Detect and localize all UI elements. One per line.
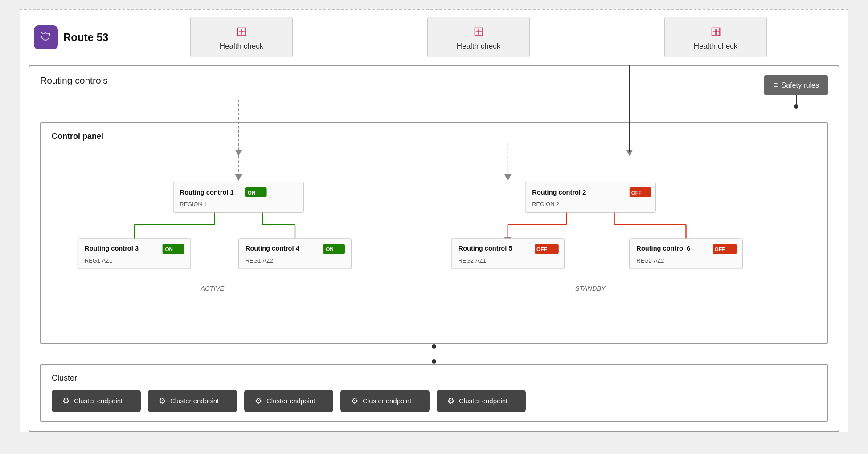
svg-text:ON: ON [248, 190, 256, 195]
cluster-endpoint-4-label: Cluster endpoint [363, 397, 411, 405]
svg-text:ON: ON [326, 246, 334, 252]
cluster-endpoint-4-icon: ⚙ [351, 396, 358, 406]
svg-text:Routing control 6: Routing control 6 [636, 245, 690, 252]
svg-marker-8 [235, 174, 242, 181]
panel-cluster-connector [40, 344, 828, 364]
svg-text:REG2-AZ1: REG2-AZ1 [459, 258, 486, 264]
svg-rect-9 [173, 182, 304, 212]
cluster-box: Cluster ⚙ Cluster endpoint ⚙ Cluster end… [40, 364, 828, 422]
health-check-3: ⊞ Health check [664, 17, 767, 57]
safety-rules-container: ≡ Safety rules [764, 75, 828, 109]
safety-rules-button[interactable]: ≡ Safety rules [764, 75, 828, 95]
svg-text:ON: ON [165, 246, 173, 252]
svg-text:Routing control 1: Routing control 1 [180, 189, 234, 196]
svg-text:Routing control 2: Routing control 2 [532, 189, 586, 196]
svg-text:OFF: OFF [631, 190, 642, 195]
health-check-3-icon: ⊞ [710, 24, 721, 39]
svg-text:Routing control 4: Routing control 4 [246, 245, 300, 252]
svg-text:REG1-AZ2: REG1-AZ2 [246, 258, 273, 264]
svg-text:REG2-AZ2: REG2-AZ2 [636, 258, 664, 264]
cluster-endpoint-1-icon: ⚙ [62, 396, 70, 406]
cluster-endpoint-4-button[interactable]: ⚙ Cluster endpoint [340, 390, 430, 412]
svg-text:ACTIVE: ACTIVE [200, 285, 224, 292]
svg-text:REGION 2: REGION 2 [532, 201, 559, 207]
svg-rect-33 [525, 182, 656, 212]
health-check-2-label: Health check [457, 42, 500, 51]
cluster-endpoint-2-label: Cluster endpoint [170, 397, 219, 405]
cluster-endpoint-2-button[interactable]: ⚙ Cluster endpoint [148, 390, 237, 412]
health-check-3-label: Health check [694, 42, 737, 51]
svg-text:REG1-AZ1: REG1-AZ1 [85, 258, 112, 264]
routing-diagram-svg: Routing control 1 ON REGION 1 Routing co… [52, 152, 816, 334]
svg-text:Routing control 5: Routing control 5 [459, 245, 512, 252]
health-check-1-icon: ⊞ [236, 24, 247, 39]
route53-icon: 🛡 [34, 25, 58, 49]
health-check-2-icon: ⊞ [473, 24, 484, 39]
svg-text:STANDBY: STANDBY [575, 285, 606, 292]
svg-marker-32 [504, 174, 512, 181]
health-check-1-label: Health check [220, 42, 263, 51]
cluster-endpoint-3-label: Cluster endpoint [266, 397, 315, 405]
cluster-endpoint-1-label: Cluster endpoint [74, 397, 123, 405]
cluster-endpoints-row: ⚙ Cluster endpoint ⚙ Cluster endpoint ⚙ … [52, 390, 816, 412]
svg-text:OFF: OFF [536, 246, 547, 252]
app-title: Route 53 [63, 31, 108, 44]
safety-rules-icon: ≡ [773, 81, 778, 90]
route53-badge: 🛡 Route 53 [34, 25, 123, 49]
cluster-endpoint-3-button[interactable]: ⚙ Cluster endpoint [244, 390, 333, 412]
cluster-endpoint-5-button[interactable]: ⚙ Cluster endpoint [437, 390, 526, 412]
health-check-2: ⊞ Health check [427, 17, 530, 57]
routing-controls-title: Routing controls [40, 75, 108, 86]
cluster-endpoint-5-label: Cluster endpoint [459, 397, 508, 405]
svg-text:Routing control 3: Routing control 3 [85, 245, 139, 252]
health-checks-row: ⊞ Health check ⊞ Health check ⊞ Health c… [123, 17, 834, 57]
cluster-endpoint-3-icon: ⚙ [255, 396, 262, 406]
cluster-endpoint-1-button[interactable]: ⚙ Cluster endpoint [52, 390, 141, 412]
svg-text:REGION 1: REGION 1 [180, 201, 207, 207]
cluster-endpoint-5-icon: ⚙ [447, 396, 454, 406]
section-header-row: Routing controls ≡ Safety rules [40, 75, 828, 109]
safety-rules-label: Safety rules [782, 81, 819, 89]
top-dashed-section: 🛡 Route 53 ⊞ Health check ⊞ Health check… [20, 9, 848, 65]
svg-text:OFF: OFF [715, 246, 725, 252]
outer-wrapper: 🛡 Route 53 ⊞ Health check ⊞ Health check… [20, 9, 848, 432]
cluster-endpoint-2-icon: ⚙ [159, 396, 166, 406]
main-content: Routing controls ≡ Safety rules Control … [29, 65, 839, 432]
control-panel-box: Control panel [40, 122, 828, 344]
cluster-title: Cluster [52, 373, 816, 383]
health-check-1: ⊞ Health check [190, 17, 293, 57]
